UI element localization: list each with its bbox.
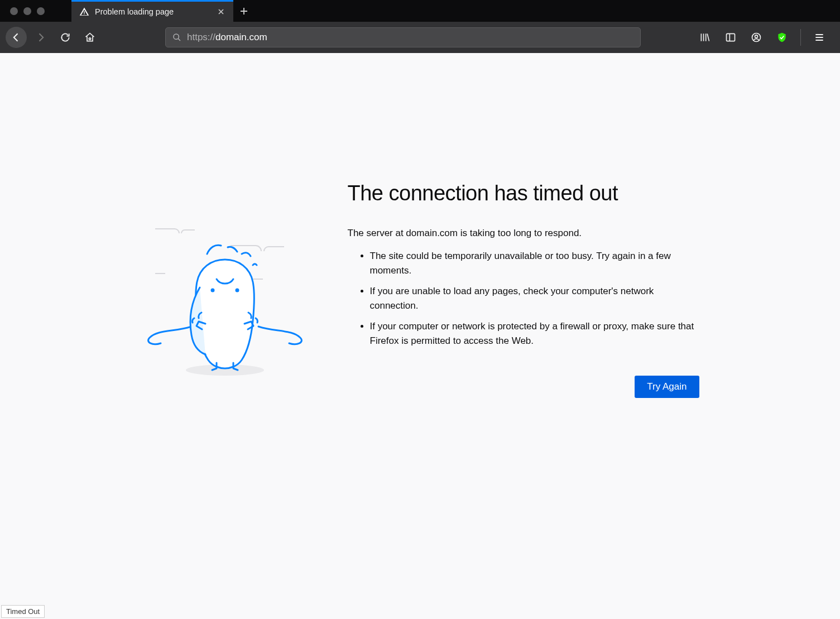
protection-shield-button[interactable] [771,27,793,48]
sidebar-button[interactable] [720,27,741,48]
window-minimize-button[interactable] [23,7,31,15]
tab-title: Problem loading page [95,7,174,16]
reload-button[interactable] [55,27,76,48]
window-titlebar: Problem loading page [0,0,840,22]
try-again-button[interactable]: Try Again [635,376,699,398]
navigation-toolbar: https://domain.com [0,22,840,53]
error-suggestions-list: The site could be temporarily unavailabl… [348,249,699,348]
library-button[interactable] [694,27,716,48]
browser-tab-active[interactable]: Problem loading page [71,0,233,22]
svg-point-7 [236,289,238,291]
error-suggestion: If your computer or network is protected… [370,319,699,348]
svg-point-0 [89,38,90,40]
window-maximize-button[interactable] [37,7,45,15]
app-menu-button[interactable] [809,27,830,48]
error-suggestion: The site could be temporarily unavailabl… [370,249,699,277]
svg-point-6 [212,289,214,291]
error-suggestion: If you are unable to load any pages, che… [370,284,699,313]
tab-close-button[interactable] [217,7,225,16]
svg-point-1 [174,34,179,39]
url-scheme: https:// [187,32,215,42]
error-subtitle: The server at domain.com is taking too l… [348,228,699,239]
toolbar-divider [800,29,801,46]
home-button[interactable] [79,27,100,48]
warning-icon [79,7,89,17]
status-bar-tooltip: Timed Out [1,605,45,618]
svg-rect-2 [727,33,735,41]
search-icon [172,33,181,42]
url-domain: domain.com [215,32,267,42]
svg-point-4 [755,35,758,38]
url-text: https://domain.com [187,32,267,43]
error-heading: The connection has timed out [348,181,699,205]
window-close-button[interactable] [10,7,18,15]
account-button[interactable] [746,27,767,48]
error-text-column: The connection has timed out The server … [348,181,699,398]
error-illustration [141,181,309,398]
address-bar[interactable]: https://domain.com [165,27,641,47]
back-button[interactable] [6,27,27,48]
page-content: The connection has timed out The server … [0,53,840,398]
forward-button[interactable] [30,27,51,48]
window-controls [0,7,55,15]
new-tab-button[interactable] [233,0,255,22]
error-button-row: Try Again [348,376,699,398]
tab-strip: Problem loading page [71,0,840,22]
toolbar-right-icons [694,27,834,48]
